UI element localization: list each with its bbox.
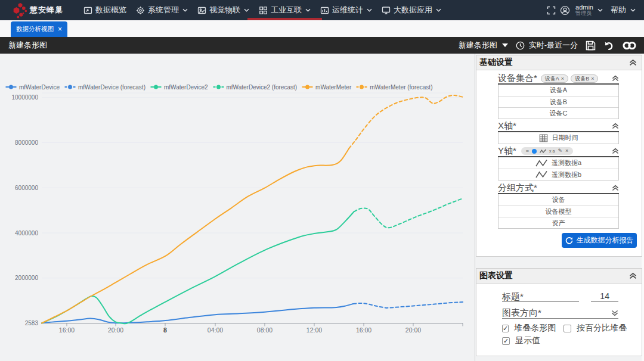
industry-grid-icon xyxy=(259,6,268,15)
chart-settings-section: 图表设置 标题* 14 图表方向* xyxy=(476,268,642,356)
nav-item-label: 大数据应用 xyxy=(394,5,432,15)
navbar-right: admin 管理员 帮助 xyxy=(547,4,636,16)
device-collection-field: 设备集合* 设备A× 设备B× 设备A 设备B 设备C xyxy=(498,73,619,119)
y-tick-label: 6000000 xyxy=(15,185,38,191)
series-mfWaterDevice-forecast- xyxy=(353,302,463,308)
chevron-down-icon xyxy=(305,8,311,12)
analysis-chart[interactable]: mfWaterDevicemfWaterDevice (forecast)mfW… xyxy=(0,54,475,361)
brand-logo-icon xyxy=(8,1,27,19)
view-toolbar: 新建条形图 新建条形图 实时-最近一分 xyxy=(0,37,644,54)
nav-item-label: 运维统计 xyxy=(332,5,363,15)
top-navbar: 慧安蜂巢 数据概览 系统管理 视觉物联 xyxy=(0,0,644,20)
section-title: 基础设置 xyxy=(479,57,513,68)
chart-type-value: 新建条形图 xyxy=(459,40,497,51)
telemetry-line-icon xyxy=(535,170,547,179)
equals-icon: = xyxy=(526,148,529,154)
chevron-down-icon xyxy=(436,8,441,12)
user-avatar-icon[interactable] xyxy=(560,5,570,15)
group-option[interactable]: 资产 xyxy=(499,217,618,228)
device-tag[interactable]: 设备A× xyxy=(541,74,568,83)
device-tag[interactable]: 设备B× xyxy=(571,74,598,83)
time-range-selector[interactable]: 实时-最近一分 xyxy=(516,40,578,51)
series-mfWaterDevice2 xyxy=(42,211,354,323)
x-axis-option[interactable]: 日期时间 xyxy=(499,132,618,144)
basic-settings-header[interactable]: 基础设置 xyxy=(476,55,642,70)
selected-device-tags: 设备A× 设备B× xyxy=(541,74,599,83)
remove-tag-icon[interactable]: × xyxy=(591,76,594,82)
save-icon[interactable] xyxy=(586,41,596,51)
collapse-up-icon[interactable] xyxy=(629,59,637,66)
device-option[interactable]: 设备A xyxy=(499,85,618,96)
generate-report-button[interactable]: 生成数据分析报告 xyxy=(562,233,637,248)
nav-item-ops-statistics[interactable]: 运维统计 xyxy=(315,0,377,20)
line-chart-canvas[interactable]: 2583200000040000006000000800000010000000… xyxy=(0,54,475,361)
collapse-up-icon[interactable] xyxy=(612,148,619,154)
remove-tag-icon[interactable]: × xyxy=(561,76,564,82)
x-tick-label: 20:00 xyxy=(405,326,421,334)
x-tick-label: 12:00 xyxy=(306,326,322,334)
stacked-bar-checkbox[interactable]: ✓ xyxy=(502,325,509,332)
nav-item-system-management[interactable]: 系统管理 xyxy=(131,0,193,20)
vision-icon xyxy=(197,6,206,15)
main-content: mfWaterDevicemfWaterDevice (forecast)mfW… xyxy=(0,54,644,361)
device-option[interactable]: 设备C xyxy=(499,107,618,119)
show-values-checkbox[interactable]: ✓ xyxy=(502,337,510,345)
tab-close-icon[interactable]: × xyxy=(58,26,62,32)
series-color-dot-icon xyxy=(532,149,537,154)
collapse-up-icon[interactable] xyxy=(612,123,619,129)
fullscreen-icon[interactable] xyxy=(547,6,556,15)
chart-settings-header[interactable]: 图表设置 xyxy=(476,269,642,284)
nav-item-data-overview[interactable]: 数据概览 xyxy=(79,0,131,20)
brand[interactable]: 慧安蜂巢 xyxy=(8,1,63,19)
series-mfWaterDevice xyxy=(42,304,353,323)
group-option[interactable]: 设备 xyxy=(499,194,618,206)
group-by-options: 设备 设备模型 资产 xyxy=(498,194,619,229)
y-axis-option[interactable]: 遥测数据a xyxy=(499,157,618,169)
chevron-down-icon[interactable] xyxy=(597,8,603,12)
device-option[interactable]: 设备B xyxy=(499,96,618,107)
collapse-up-icon[interactable] xyxy=(629,272,637,279)
series-mWaterMeter-forecast- xyxy=(349,95,463,148)
title-input-row: 标题* 14 xyxy=(502,291,618,302)
collapse-up-icon[interactable] xyxy=(612,185,619,191)
y-tick-label: 10000000 xyxy=(12,94,39,101)
app-root: 慧安蜂巢 数据概览 系统管理 视觉物联 xyxy=(0,0,644,361)
tab-data-analysis-view[interactable]: 数据分析视图 × xyxy=(11,21,67,37)
tab-bar: 数据分析视图 × xyxy=(0,20,644,37)
nav-item-industrial-interconnect[interactable]: 工业互联 xyxy=(254,0,315,20)
x-tick-label: 16:00 xyxy=(59,326,75,334)
field-label: 图表方向* xyxy=(502,307,541,319)
generate-report-label: 生成数据分析报告 xyxy=(577,235,634,245)
checkbox-label: 按百分比堆叠 xyxy=(577,323,627,334)
user-info[interactable]: admin 管理员 xyxy=(575,4,593,16)
y-tick-label: 2583 xyxy=(25,320,39,326)
chart-title-input[interactable]: 标题* xyxy=(502,291,579,302)
stack-options-row: ✓ 堆叠条形图 按百分比堆叠 xyxy=(502,323,618,333)
y-axis-option[interactable]: 遥测数据b xyxy=(499,169,618,180)
tab-label: 数据分析视图 xyxy=(16,25,54,33)
chevron-down-icon[interactable] xyxy=(630,8,636,12)
undo-icon[interactable] xyxy=(603,41,614,50)
percent-stack-checkbox[interactable] xyxy=(564,325,571,332)
section-title: 图表设置 xyxy=(479,270,513,281)
gear-icon xyxy=(136,6,145,15)
clock-icon xyxy=(516,41,525,50)
nav-item-label: 系统管理 xyxy=(148,5,179,15)
help-menu[interactable]: 帮助 xyxy=(611,5,626,15)
close-icon[interactable]: × xyxy=(565,148,568,154)
title-font-size-input[interactable]: 14 xyxy=(591,291,618,302)
chart-direction-select[interactable]: 图表方向* xyxy=(502,307,618,319)
nav-item-bigdata-apps[interactable]: 大数据应用 xyxy=(377,0,446,20)
y-axis-options: 遥测数据a 遥测数据b xyxy=(498,157,619,181)
y-axis-style-pill[interactable]: = x a ✎ × xyxy=(521,147,573,155)
device-options: 设备A 设备B 设备C xyxy=(498,85,619,119)
link-icon[interactable] xyxy=(622,41,637,50)
basic-settings-section: 基础设置 设备集合* 设备A× 设备B× xyxy=(476,55,642,257)
collapse-up-icon[interactable] xyxy=(612,75,619,82)
y-tick-label: 4000000 xyxy=(15,230,38,236)
chevron-down-icon xyxy=(367,8,372,12)
chart-type-dropdown[interactable]: 新建条形图 xyxy=(459,40,508,51)
field-label: 分组方式* xyxy=(498,182,537,194)
nav-item-vision-iot[interactable]: 视觉物联 xyxy=(193,0,254,20)
group-option[interactable]: 设备模型 xyxy=(499,206,618,217)
